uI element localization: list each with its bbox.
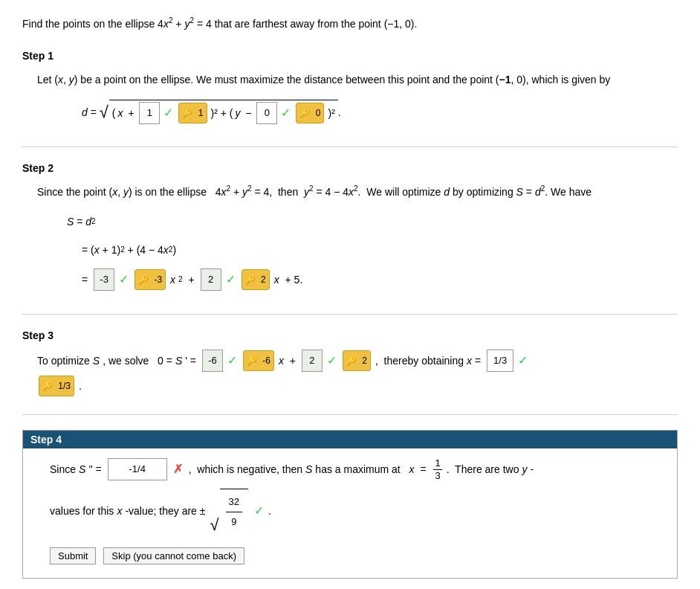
step3-header: Step 3 <box>22 329 678 341</box>
step1-header: Step 1 <box>22 50 678 62</box>
sqrt-radicand: (x + 1 ✓ 🔑 1 )² + (y − 0 ✓ 🔑 0 )² <box>109 100 338 126</box>
step1-block: Step 1 Let (x, y) be a point on the elli… <box>22 50 678 147</box>
step1-input-a[interactable]: 1 <box>139 102 160 124</box>
step4-buttons: Submit Skip (you cannot come back) <box>50 545 665 566</box>
step1-formula: d = √ (x + 1 ✓ 🔑 1 )² + (y − 0 ✓ 🔑 0 )² … <box>82 96 678 129</box>
step2-block: Step 2 Since the point (x, y) is on the … <box>22 162 678 315</box>
step3-key-a[interactable]: 🔑 -6 <box>243 350 274 371</box>
step2-input-a[interactable]: -3 <box>94 268 114 291</box>
step4-sqrt: √ 32 9 <box>210 489 248 533</box>
sqrt-symbol: √ <box>100 96 108 129</box>
step2-line2: = (x + 1)2 + (4 − 4x2) <box>82 239 678 260</box>
step4-line1: Since S'' = -1/4 ✗ , which is negative, … <box>50 457 665 481</box>
step3-input-c[interactable]: 1/3 <box>487 350 513 372</box>
step3-key-c[interactable]: 🔑 1/3 <box>39 376 74 396</box>
step3-check-a: ✓ <box>227 349 237 373</box>
step2-key-a[interactable]: 🔑 -3 <box>135 269 166 290</box>
step2-check-a: ✓ <box>119 268 129 292</box>
step4-cross: ✗ <box>173 457 183 481</box>
step4-header: Step 4 <box>23 431 677 448</box>
step2-line3: = -3 ✓ 🔑 -3 x2 + 2 ✓ 🔑 2 x + 5. <box>82 268 678 292</box>
step2-content: Since the point (x, y) is on the ellipse… <box>37 181 678 294</box>
step1-key-b[interactable]: 🔑 0 <box>296 103 324 123</box>
step3-key-b[interactable]: 🔑 2 <box>343 350 371 371</box>
step4-input[interactable]: -1/4 <box>108 458 167 480</box>
step2-header: Step 2 <box>22 162 678 174</box>
step1-text: Let (x, y) be a point on the ellipse. We… <box>37 69 678 90</box>
step3-formula: To optimize S, we solve 0 = S' = -6 ✓ 🔑 … <box>37 349 678 373</box>
step2-check-b: ✓ <box>226 268 236 292</box>
step3-key-result: 🔑 1/3 . <box>37 376 678 396</box>
step3-block: Step 3 To optimize S, we solve 0 = S' = … <box>22 329 678 415</box>
step4-x-fraction: 1 3 <box>433 457 441 481</box>
step4-check: ✓ <box>254 499 264 523</box>
step3-input-b[interactable]: 2 <box>302 350 323 372</box>
step4-fraction: 32 9 <box>226 492 242 532</box>
step3-content: To optimize S, we solve 0 = S' = -6 ✓ 🔑 … <box>37 349 678 396</box>
step3-input-a[interactable]: -6 <box>202 350 223 372</box>
skip-button[interactable]: Skip (you cannot come back) <box>103 547 244 564</box>
step4-sqrt-content: 32 9 <box>220 489 248 533</box>
step2-key-b[interactable]: 🔑 2 <box>242 269 270 290</box>
step3-check-c: ✓ <box>518 349 528 373</box>
step4-line2: values for this x-value; they are ± √ 32… <box>50 489 665 533</box>
submit-button[interactable]: Submit <box>50 547 96 564</box>
step4-content: Since S'' = -1/4 ✗ , which is negative, … <box>50 457 665 566</box>
step2-input-b[interactable]: 2 <box>201 268 221 291</box>
step2-text: Since the point (x, y) is on the ellipse… <box>37 181 678 202</box>
step1-key-a[interactable]: 🔑 1 <box>178 103 207 123</box>
step3-check-b: ✓ <box>327 349 337 373</box>
step4-container: Step 4 Since S'' = -1/4 ✗ , which is neg… <box>22 430 678 579</box>
step1-check-b: ✓ <box>281 101 291 125</box>
step2-formula-block: S = d2 = (x + 1)2 + (4 − 4x2) = -3 ✓ 🔑 -… <box>67 208 678 294</box>
problem-statement: Find the points on the ellipse 4x2 + y2 … <box>22 15 678 32</box>
step4-sqrt-symbol: √ <box>210 517 218 533</box>
step2-line1: S = d2 <box>67 211 678 232</box>
step1-content: Let (x, y) be a point on the ellipse. We… <box>37 69 678 129</box>
step1-check-a: ✓ <box>163 101 173 125</box>
step1-input-b[interactable]: 0 <box>256 102 277 124</box>
